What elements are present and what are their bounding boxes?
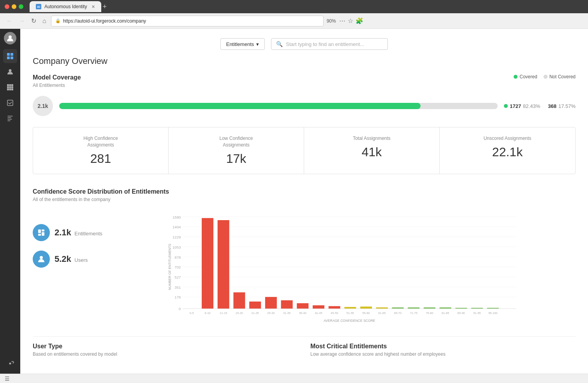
- svg-text:71-75: 71-75: [410, 311, 417, 315]
- users-icon: [33, 251, 50, 268]
- home-button[interactable]: ⌂: [41, 16, 48, 26]
- svg-text:61-65: 61-65: [378, 311, 386, 315]
- svg-text:878: 878: [174, 255, 181, 259]
- svg-text:95-100: 95-100: [488, 311, 497, 315]
- search-bar[interactable]: 🔍 Start typing to find an entitlement...: [271, 38, 388, 50]
- sidebar-item-settings[interactable]: [3, 357, 17, 371]
- critical-title: Most Critical Entitlements: [310, 343, 576, 350]
- svg-rect-12: [7, 88, 9, 90]
- stat-label-unscored: Unscored Assignments: [447, 135, 567, 142]
- forward-button[interactable]: →: [17, 16, 26, 26]
- svg-text:6-10: 6-10: [204, 311, 210, 315]
- svg-rect-76: [455, 308, 467, 309]
- not-covered-dot: [544, 75, 548, 79]
- stat-card-total: Total Assignments 41k: [304, 127, 440, 174]
- close-button[interactable]: [5, 4, 9, 9]
- svg-rect-7: [9, 84, 11, 86]
- maximize-button[interactable]: [19, 4, 23, 9]
- covered-label: Covered: [519, 74, 537, 79]
- not-covered-label: Not Covered: [549, 74, 576, 79]
- refresh-button[interactable]: ↻: [30, 16, 38, 26]
- svg-rect-68: [392, 307, 403, 309]
- svg-rect-48: [233, 292, 245, 309]
- svg-point-5: [9, 69, 12, 72]
- stat-label-low: Low ConfidenceAssignments: [176, 135, 296, 148]
- svg-rect-10: [9, 86, 11, 88]
- not-covered-stat: 368 17.57%: [548, 103, 576, 109]
- svg-rect-16: [38, 229, 41, 233]
- coverage-bar: [59, 103, 498, 109]
- sidebar-item-reviews[interactable]: [3, 96, 17, 110]
- total-badge: 2.1k: [33, 96, 53, 116]
- search-placeholder: Start typing to find an entitlement...: [286, 41, 364, 47]
- browser-actions: ⋯ ☆ 🧩: [339, 17, 363, 25]
- tab-favicon: AI: [36, 4, 41, 9]
- svg-text:45-50: 45-50: [331, 311, 338, 315]
- tab-close-button[interactable]: ×: [92, 4, 95, 10]
- stats-grid: High ConfidenceAssignments 281 Low Confi…: [33, 127, 576, 174]
- bar-stats: 1727 82.43% 368 17.57%: [504, 103, 576, 109]
- covered-stat: 1727 82.43%: [504, 103, 540, 109]
- svg-text:351: 351: [174, 285, 181, 289]
- entitlements-label: Entitlements: [226, 41, 254, 47]
- covered-pct: 82.43%: [523, 103, 540, 109]
- user-type-subtitle: Based on entitlements covered by model: [33, 351, 298, 357]
- svg-text:AVERAGE CONFIDENCE SCORE: AVERAGE CONFIDENCE SCORE: [324, 319, 375, 323]
- panel-toggle-icon[interactable]: ☰: [5, 376, 10, 382]
- bookmark-icon[interactable]: ☆: [348, 17, 353, 25]
- svg-text:25-30: 25-30: [267, 311, 275, 315]
- model-coverage-section: Model Coverage All Entitlements Covered …: [33, 74, 576, 119]
- covered-count: 1727: [510, 103, 521, 109]
- bottom-sections: User Type Based on entitlements covered …: [33, 336, 576, 357]
- back-button[interactable]: ←: [5, 16, 14, 26]
- tab-label: Autonomous Identity: [44, 4, 87, 9]
- more-options-icon[interactable]: ⋯: [339, 17, 345, 25]
- covered-fill: [59, 103, 421, 109]
- svg-text:55-60: 55-60: [362, 311, 370, 315]
- entitlements-button[interactable]: Entitlements ▾: [220, 38, 265, 50]
- svg-rect-80: [487, 308, 499, 309]
- svg-rect-13: [9, 88, 11, 90]
- tab-bar: AI Autonomous Identity × +: [30, 1, 583, 12]
- bottom-status-bar: ☰: [0, 374, 588, 383]
- chart-area: NUMBER OF ENTITLEMENTS 1580 1404 1229 10…: [115, 208, 576, 327]
- svg-text:0-5: 0-5: [190, 311, 194, 315]
- stat-label-total: Total Assignments: [312, 135, 431, 142]
- svg-rect-9: [7, 86, 9, 88]
- svg-rect-72: [424, 307, 435, 309]
- new-tab-button[interactable]: +: [103, 3, 107, 11]
- sidebar-item-apps[interactable]: [3, 80, 17, 94]
- chart-header: Confidence Score Distribution of Entitle…: [33, 188, 576, 202]
- users-stat: 5.2k Users: [33, 251, 102, 268]
- svg-rect-78: [471, 308, 483, 309]
- svg-text:1053: 1053: [173, 245, 181, 249]
- svg-text:51-55: 51-55: [347, 311, 354, 315]
- svg-point-0: [9, 35, 12, 39]
- svg-text:81-85: 81-85: [442, 311, 449, 315]
- zoom-control[interactable]: 90%: [327, 18, 336, 24]
- sidebar-item-rules[interactable]: [3, 111, 17, 125]
- chevron-down-icon: ▾: [256, 41, 259, 47]
- address-bar[interactable]: 🔒 https://autoid-ui.forgerock.com/compan…: [51, 16, 324, 26]
- sidebar-item-users[interactable]: [3, 65, 17, 79]
- stat-card-high-confidence: High ConfidenceAssignments 281: [33, 127, 169, 174]
- stat-value-high: 281: [41, 152, 160, 166]
- svg-rect-2: [11, 53, 13, 56]
- sidebar-item-dashboard[interactable]: [3, 49, 17, 63]
- svg-rect-64: [360, 306, 372, 308]
- svg-rect-66: [376, 307, 388, 309]
- svg-rect-54: [281, 300, 292, 308]
- svg-point-20: [40, 256, 43, 259]
- user-avatar[interactable]: [4, 32, 16, 44]
- svg-text:11-15: 11-15: [220, 311, 227, 315]
- minimize-button[interactable]: [12, 4, 16, 9]
- users-num: 5.2k: [55, 254, 71, 264]
- stat-value-low: 17k: [176, 152, 296, 166]
- chart-legend-left: 2.1k Entitlements 5.2k: [33, 208, 102, 327]
- extensions-icon[interactable]: 🧩: [356, 17, 363, 25]
- entitlements-label: Entitlements: [74, 231, 102, 237]
- active-tab[interactable]: AI Autonomous Identity ×: [30, 1, 101, 12]
- covered-stat-dot: [504, 104, 508, 108]
- not-covered-count: 368: [548, 103, 556, 109]
- svg-text:15-20: 15-20: [236, 311, 243, 315]
